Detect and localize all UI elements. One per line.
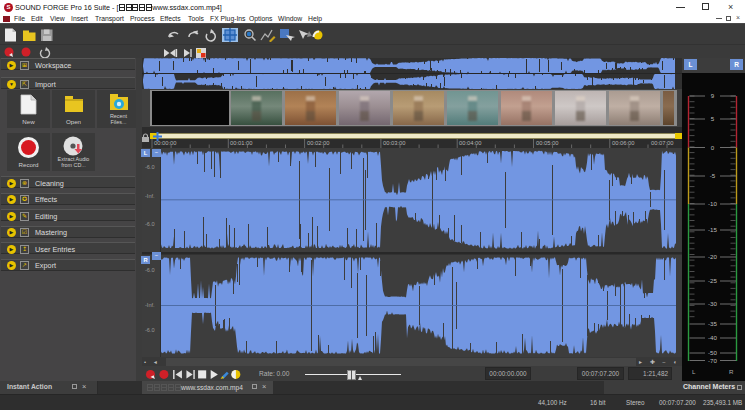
svg-text:-5: -5: [710, 172, 716, 179]
svg-text:-40: -40: [708, 334, 718, 341]
svg-text:-50: -50: [708, 349, 718, 356]
svg-text:L: L: [692, 368, 696, 375]
svg-text:-15: -15: [708, 226, 718, 233]
svg-text:-10: -10: [708, 200, 718, 207]
svg-text:5: 5: [711, 115, 715, 122]
svg-text:-20: -20: [708, 253, 718, 260]
svg-text:-70: -70: [708, 357, 718, 364]
svg-text:-30: -30: [708, 300, 718, 307]
svg-text:R: R: [729, 368, 734, 375]
svg-text:-25: -25: [708, 277, 718, 284]
svg-text:9: 9: [711, 92, 715, 99]
svg-text:0: 0: [711, 144, 715, 151]
svg-text:-35: -35: [708, 320, 718, 327]
